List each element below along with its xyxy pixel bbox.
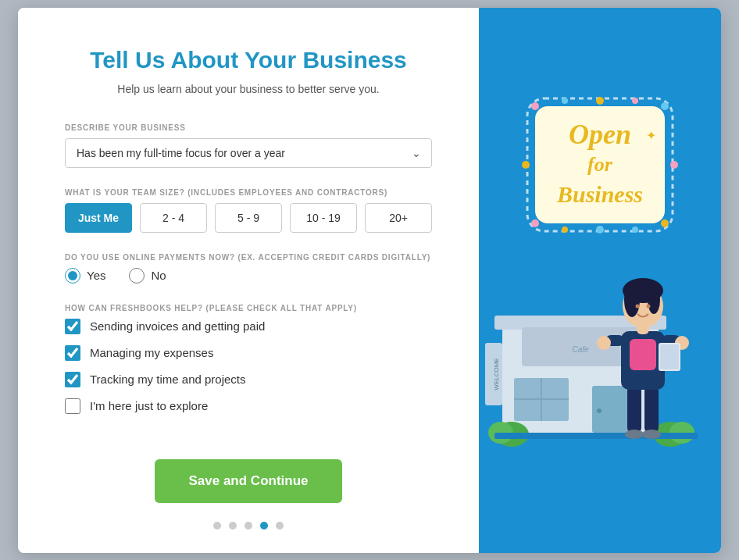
svg-point-6 [531,102,539,110]
payment-yes-label: Yes [87,269,105,282]
svg-text:Cafe: Cafe [572,345,589,354]
svg-point-47 [624,283,640,317]
svg-text:for: for [587,153,613,176]
svg-point-7 [596,97,604,105]
svg-rect-39 [630,339,656,370]
describe-business-group: DESCRIBE YOUR BUSINESS Has been my full-… [65,123,432,168]
team-btn-5-9[interactable]: 5 - 9 [215,203,282,233]
svg-rect-35 [644,386,659,433]
team-btn-10-19[interactable]: 10 - 19 [290,203,357,233]
checkbox-time-input[interactable] [65,372,80,387]
svg-point-15 [632,98,638,104]
page-subtitle: Help us learn about your business to bet… [65,83,432,95]
svg-text:✦: ✦ [646,129,656,142]
checkbox-time[interactable]: Tracking my time and projects [65,372,432,387]
checkbox-expenses-input[interactable] [65,345,80,361]
svg-point-37 [642,430,661,439]
checkbox-invoices[interactable]: Sending invoices and getting paid [65,319,432,334]
svg-point-9 [670,161,678,169]
team-size-label: WHAT IS YOUR TEAM SIZE? (INCLUDES EMPLOY… [65,188,432,197]
checkbox-explore[interactable]: I'm here just to explore [65,398,432,414]
checkbox-explore-label: I'm here just to explore [90,399,208,412]
dot-1 [213,522,221,530]
svg-point-12 [531,219,539,227]
checkbox-explore-input[interactable] [65,398,80,414]
checkbox-expenses[interactable]: Managing my expenses [65,345,432,361]
svg-point-11 [596,226,604,234]
svg-point-8 [661,102,669,110]
svg-point-14 [562,98,568,104]
payment-yes-radio[interactable] [65,268,80,284]
team-size-buttons: Just Me 2 - 4 5 - 9 10 - 19 20+ [65,203,432,233]
svg-rect-52 [660,344,679,369]
svg-point-17 [632,226,638,233]
svg-point-16 [562,226,568,233]
dot-5 [276,522,284,530]
payment-yes-option[interactable]: Yes [65,268,105,284]
svg-point-49 [636,304,640,308]
svg-text:Open: Open [569,119,631,150]
checkbox-invoices-label: Sending invoices and getting paid [90,319,265,333]
checkbox-time-label: Tracking my time and projects [90,373,246,386]
team-size-group: WHAT IS YOUR TEAM SIZE? (INCLUDES EMPLOY… [65,188,432,233]
svg-point-26 [597,408,602,413]
svg-point-50 [647,304,651,308]
checkbox-invoices-input[interactable] [65,319,80,334]
payment-no-option[interactable]: No [129,268,166,284]
save-continue-button[interactable]: Save and Continue [155,459,342,503]
payment-no-radio[interactable] [129,268,145,284]
team-btn-20plus[interactable]: 20+ [365,203,432,233]
modal: Tell Us About Your Business Help us lear… [18,8,721,553]
team-btn-2-4[interactable]: 2 - 4 [140,203,207,233]
describe-label: DESCRIBE YOUR BUSINESS [65,123,432,132]
dot-3 [245,522,252,530]
dot-2 [229,522,237,530]
describe-select-wrapper: Has been my full-time focus for over a y… [65,138,432,168]
checkbox-group: Sending invoices and getting paid Managi… [65,319,432,414]
describe-select[interactable]: Has been my full-time focus for over a y… [65,138,432,168]
svg-point-36 [625,430,644,439]
online-payments-group: DO YOU USE ONLINE PAYMENTS NOW? (EX. ACC… [65,253,432,284]
payment-no-label: No [151,269,166,282]
svg-rect-34 [627,386,641,433]
checkbox-expenses-label: Managing my expenses [90,346,213,359]
payment-radio-group: Yes No [65,268,432,284]
page-title: Tell Us About Your Business [65,47,432,73]
right-panel: Open for Business ✦ [479,8,721,553]
progress-dots [65,522,432,530]
dot-4-active [260,522,268,530]
svg-text:Business: Business [556,181,643,207]
svg-point-10 [661,219,669,227]
team-btn-just-me[interactable]: Just Me [65,203,132,233]
svg-point-42 [597,336,611,350]
left-panel: Tell Us About Your Business Help us lear… [18,8,479,553]
svg-rect-33 [494,433,698,439]
payments-label: DO YOU USE ONLINE PAYMENTS NOW? (EX. ACC… [65,253,432,262]
svg-point-13 [522,161,530,169]
illustration: Open for Business ✦ [479,73,721,487]
help-label: HOW CAN FRESHBOOKS HELP? (PLEASE CHECK A… [65,304,432,312]
svg-text:WELCOME: WELCOME [493,358,500,390]
svg-point-48 [648,286,660,314]
help-group: HOW CAN FRESHBOOKS HELP? (PLEASE CHECK A… [65,304,432,414]
